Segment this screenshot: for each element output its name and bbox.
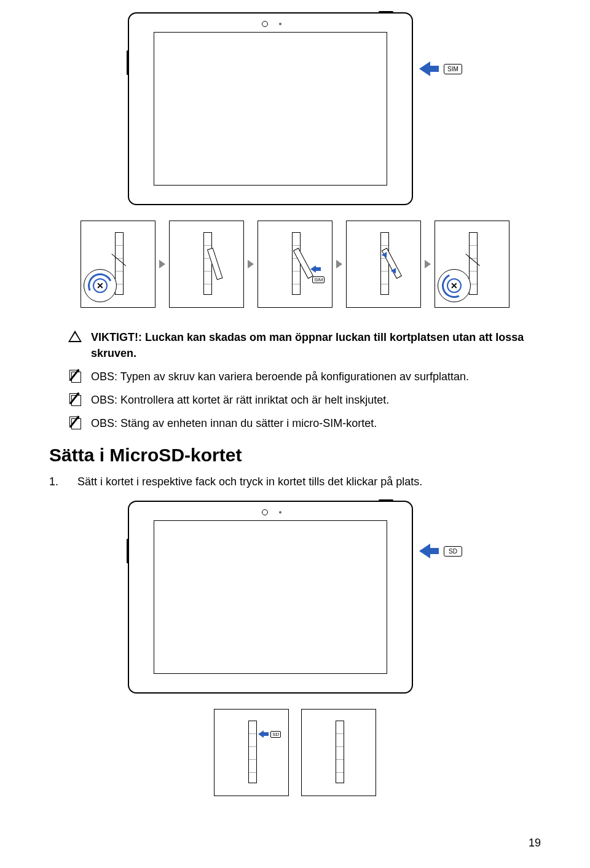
step-number: 1. bbox=[49, 475, 65, 488]
section-heading: Sätta i MicroSD-kortet bbox=[49, 445, 541, 466]
arrow-left-icon bbox=[419, 61, 430, 76]
sd-mini-label: SD bbox=[270, 731, 281, 738]
insert-arrow-icon: SIM bbox=[310, 263, 332, 285]
note-obs1: OBS: Typen av skruv kan variera beroende… bbox=[68, 369, 535, 385]
note-icon bbox=[69, 393, 81, 404]
insert-arrow-icon: SD bbox=[258, 728, 281, 739]
page-number: 19 bbox=[529, 837, 541, 850]
obs3-text: Stäng av enheten innan du sätter i micro… bbox=[120, 417, 377, 429]
step-arrow-icon bbox=[159, 260, 165, 268]
sd-card-label: SD bbox=[444, 546, 462, 557]
step-open-door bbox=[169, 221, 244, 308]
step-arrow-icon bbox=[248, 260, 254, 268]
note-obs3: OBS: Stäng av enheten innan du sätter i … bbox=[68, 415, 535, 431]
sim-mini-label: SIM bbox=[312, 276, 324, 283]
sim-steps-row: ✕ SIM bbox=[49, 221, 541, 308]
sd-steps-row: SD bbox=[49, 709, 541, 796]
viktigt-text: Luckan kan skadas om man öppnar luckan t… bbox=[91, 331, 524, 359]
obs1-text: Typen av skruv kan variera beroende på k… bbox=[120, 370, 469, 383]
unscrew-callout: ✕ bbox=[84, 269, 117, 302]
obs2-prefix: OBS: bbox=[91, 394, 120, 406]
obs1-prefix: OBS: bbox=[91, 370, 120, 383]
rescrew-callout: ✕ bbox=[438, 269, 471, 302]
warning-viktigt: VIKTIGT!: Luckan kan skadas om man öppna… bbox=[68, 329, 535, 361]
step-rescrew: ✕ bbox=[435, 221, 509, 308]
sim-card-label: SIM bbox=[444, 64, 462, 74]
step-sd-insert: SD bbox=[214, 709, 289, 796]
step-text: Sätt i kortet i respektive fack och tryc… bbox=[77, 475, 422, 488]
step-arrow-icon bbox=[425, 260, 431, 268]
tablet-illustration bbox=[128, 501, 413, 694]
instruction-step-1: 1. Sätt i kortet i respektive fack och t… bbox=[49, 475, 541, 488]
arrow-left-icon bbox=[419, 544, 430, 558]
sd-slot-pointer: SD bbox=[419, 544, 462, 558]
step-close-door bbox=[346, 221, 421, 308]
sim-slot-pointer: SIM bbox=[419, 61, 462, 76]
step-unscrew: ✕ bbox=[81, 221, 155, 308]
note-icon bbox=[69, 370, 81, 381]
viktigt-prefix: VIKTIGT!: bbox=[91, 331, 145, 343]
note-obs2: OBS: Kontrollera att kortet är rätt inri… bbox=[68, 392, 535, 408]
obs2-text: Kontrollera att kortet är rätt inriktat … bbox=[120, 394, 389, 406]
step-insert-sim: SIM bbox=[258, 221, 332, 308]
obs3-prefix: OBS: bbox=[91, 417, 120, 429]
note-icon bbox=[69, 416, 81, 428]
step-sd-done bbox=[301, 709, 376, 796]
tablet-illustration bbox=[128, 12, 413, 205]
figure-tablet-sim: SIM bbox=[49, 12, 541, 205]
figure-tablet-sd: SD bbox=[49, 501, 541, 694]
document-page: SIM ✕ SIM bbox=[0, 0, 590, 868]
step-arrow-icon bbox=[336, 260, 342, 268]
warning-triangle-icon bbox=[68, 330, 82, 342]
